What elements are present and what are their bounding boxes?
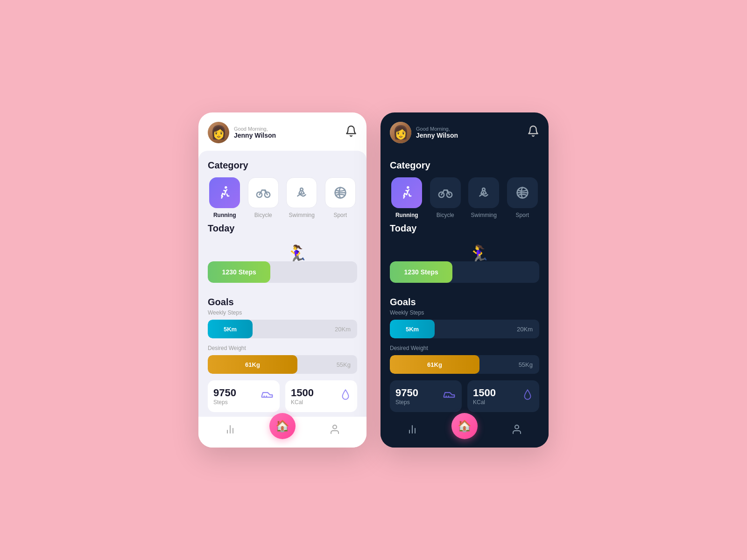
kcal-stat-info-dark: 1500 KCal bbox=[473, 387, 496, 406]
weekly-steps-label-dark: Weekly Steps bbox=[390, 309, 539, 316]
stats-nav-light[interactable] bbox=[225, 424, 236, 438]
desired-weight-label-light: Desired Weight bbox=[208, 345, 357, 351]
steps-bar-fill-light: 1230 Steps bbox=[208, 261, 270, 283]
stats-row-dark: 9750 Steps 1500 KCal bbox=[390, 380, 539, 412]
category-sport-dark[interactable]: Sport bbox=[506, 177, 540, 218]
steps-stat-dark: 9750 Steps bbox=[390, 380, 462, 412]
steps-current-light: 5Km bbox=[217, 326, 243, 333]
category-grid-light: Running Bicycle bbox=[208, 177, 357, 218]
weight-current-dark: 61Kg bbox=[421, 361, 449, 368]
shoe-icon-dark bbox=[442, 388, 456, 405]
stats-nav-dark[interactable] bbox=[407, 424, 418, 438]
bicycle-icon-box-light bbox=[248, 177, 279, 208]
header-left-light: Good Morning, Jenny Wilson bbox=[208, 122, 276, 143]
bell-icon-light[interactable] bbox=[345, 125, 357, 140]
greeting-name-dark: Jenny Wilson bbox=[416, 132, 458, 139]
avatar-light[interactable] bbox=[208, 122, 229, 143]
greeting-block-dark: Good Morning, Jenny Wilson bbox=[416, 126, 458, 139]
category-sport-light[interactable]: Sport bbox=[324, 177, 358, 218]
steps-stat-info-light: 9750 Steps bbox=[213, 387, 236, 406]
bell-icon-dark[interactable] bbox=[527, 125, 539, 140]
steps-bar-fill-dark: 1230 Steps bbox=[390, 261, 452, 283]
profile-nav-light[interactable] bbox=[329, 424, 340, 438]
header-light: Good Morning, Jenny Wilson bbox=[198, 112, 366, 151]
category-bicycle-dark[interactable]: Bicycle bbox=[429, 177, 463, 218]
category-grid-dark: Running Bicycle bbox=[390, 177, 539, 218]
category-bicycle-light[interactable]: Bicycle bbox=[247, 177, 281, 218]
bicycle-label-light: Bicycle bbox=[254, 212, 272, 218]
kcal-stat-unit-dark: KCal bbox=[473, 399, 496, 406]
steps-stat-value-dark: 9750 bbox=[395, 387, 418, 399]
drop-icon-dark bbox=[521, 388, 534, 405]
steps-target-dark: 20Km bbox=[517, 326, 533, 333]
steps-fill-dark: 5Km bbox=[390, 320, 435, 338]
weekly-steps-bar-dark: 5Km 20Km bbox=[390, 320, 539, 338]
bicycle-label-dark: Bicycle bbox=[437, 212, 454, 218]
running-label-light: Running bbox=[213, 212, 236, 218]
steps-stat-unit-dark: Steps bbox=[395, 399, 418, 406]
weight-target-light: 55Kg bbox=[337, 361, 351, 368]
running-label-dark: Running bbox=[395, 212, 418, 218]
swimming-icon-box-light bbox=[286, 177, 317, 208]
weekly-steps-label-light: Weekly Steps bbox=[208, 309, 357, 316]
content-light: Category Running bbox=[198, 151, 366, 417]
profile-nav-dark[interactable] bbox=[511, 424, 522, 438]
steps-bar-light: 1230 Steps bbox=[208, 261, 357, 283]
avatar-dark[interactable] bbox=[390, 122, 411, 143]
today-title-dark: Today bbox=[390, 221, 539, 240]
shoe-icon-light bbox=[260, 388, 274, 405]
category-swimming-dark[interactable]: Swimming bbox=[467, 177, 501, 218]
weight-bar-dark: 61Kg 55Kg bbox=[390, 355, 539, 374]
kcal-stat-unit-light: KCal bbox=[291, 399, 314, 406]
steps-fill-light: 5Km bbox=[208, 320, 253, 338]
kcal-stat-dark: 1500 KCal bbox=[467, 380, 539, 412]
greeting-name-light: Jenny Wilson bbox=[234, 132, 276, 139]
header-left-dark: Good Morning, Jenny Wilson bbox=[390, 122, 458, 143]
steps-stat-value-light: 9750 bbox=[213, 387, 236, 399]
svg-point-15 bbox=[515, 425, 519, 429]
greeting-text-light: Good Morning, bbox=[234, 126, 276, 132]
category-title-light: Category bbox=[208, 151, 357, 177]
steps-bar-dark: 1230 Steps bbox=[390, 261, 539, 283]
category-title-dark: Category bbox=[390, 151, 539, 177]
swimming-label-light: Swimming bbox=[289, 212, 315, 218]
light-mode-card: Good Morning, Jenny Wilson Category bbox=[198, 112, 366, 448]
goals-title-light: Goals bbox=[208, 292, 357, 309]
screens-container: Good Morning, Jenny Wilson Category bbox=[180, 94, 567, 466]
steps-bar-text-light: 1230 Steps bbox=[222, 268, 256, 276]
steps-stat-info-dark: 9750 Steps bbox=[395, 387, 418, 406]
steps-bar-text-dark: 1230 Steps bbox=[404, 268, 438, 276]
category-swimming-light[interactable]: Swimming bbox=[285, 177, 319, 218]
category-running-dark[interactable]: Running bbox=[390, 177, 424, 218]
swimming-icon-box-dark bbox=[468, 177, 499, 208]
home-nav-light[interactable]: 🏠 bbox=[269, 413, 296, 439]
home-nav-dark[interactable]: 🏠 bbox=[451, 413, 478, 439]
header-dark: Good Morning, Jenny Wilson bbox=[381, 112, 549, 151]
sport-label-light: Sport bbox=[333, 212, 347, 218]
weight-fill-dark: 61Kg bbox=[390, 355, 479, 374]
steps-stat-unit-light: Steps bbox=[213, 399, 236, 406]
content-dark: Category Running bbox=[381, 151, 549, 417]
weight-target-dark: 55Kg bbox=[519, 361, 533, 368]
running-icon-box-dark bbox=[391, 177, 422, 208]
weight-current-light: 61Kg bbox=[239, 361, 267, 368]
svg-point-7 bbox=[333, 425, 337, 429]
sport-icon-box-dark bbox=[507, 177, 538, 208]
weight-fill-light: 61Kg bbox=[208, 355, 297, 374]
weight-bar-light: 61Kg 55Kg bbox=[208, 355, 357, 374]
goals-title-dark: Goals bbox=[390, 292, 539, 309]
kcal-stat-light: 1500 KCal bbox=[285, 380, 357, 412]
bottom-nav-dark: 🏠 bbox=[381, 417, 549, 448]
bicycle-icon-box-dark bbox=[430, 177, 461, 208]
steps-target-light: 20Km bbox=[335, 326, 351, 333]
sport-icon-box-light bbox=[325, 177, 356, 208]
greeting-block-light: Good Morning, Jenny Wilson bbox=[234, 126, 276, 139]
weekly-steps-bar-light: 5Km 20Km bbox=[208, 320, 357, 338]
kcal-stat-value-light: 1500 bbox=[291, 387, 314, 399]
category-running-light[interactable]: Running bbox=[208, 177, 242, 218]
dark-mode-card: Good Morning, Jenny Wilson Category bbox=[381, 112, 549, 448]
steps-current-dark: 5Km bbox=[399, 326, 425, 333]
today-title-light: Today bbox=[208, 221, 357, 240]
swimming-label-dark: Swimming bbox=[471, 212, 497, 218]
kcal-stat-info-light: 1500 KCal bbox=[291, 387, 314, 406]
